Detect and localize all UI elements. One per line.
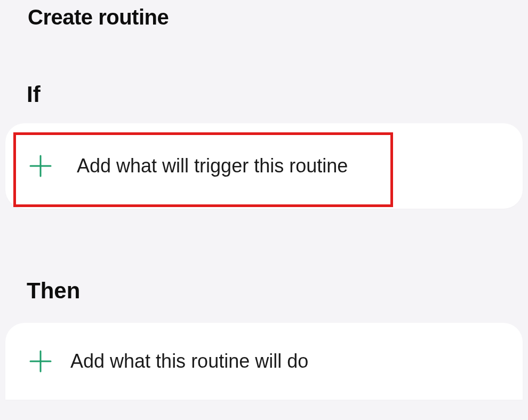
add-trigger-label: Add what will trigger this routine [77, 155, 348, 177]
plus-icon [29, 154, 52, 178]
add-action-label: Add what this routine will do [70, 350, 308, 373]
add-action-button[interactable]: Add what this routine will do [5, 323, 523, 400]
add-trigger-button[interactable]: Add what will trigger this routine [5, 123, 523, 209]
plus-icon [29, 350, 52, 373]
then-section-label: Then [0, 278, 528, 304]
page-title: Create routine [0, 0, 528, 29]
if-section-label: If [0, 82, 528, 107]
